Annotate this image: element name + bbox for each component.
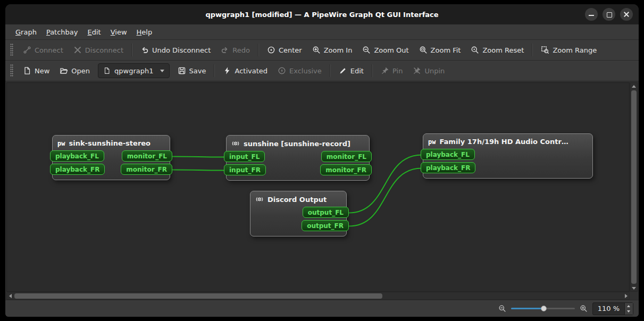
- zoom-in-icon: [312, 46, 321, 54]
- pin-button[interactable]: Pin: [376, 63, 407, 79]
- redo-label: Redo: [232, 46, 250, 54]
- port-output-fl[interactable]: output_FL: [303, 207, 349, 218]
- port-row: playback_FR: [421, 162, 595, 173]
- scroll-right-button[interactable]: [623, 293, 629, 299]
- zoom-out-label: Zoom Out: [374, 46, 408, 54]
- toolbar-file-handle[interactable]: [10, 64, 13, 77]
- menu-graph[interactable]: Graph: [11, 26, 41, 38]
- port-playback-fl[interactable]: playback_FL: [421, 149, 475, 160]
- vertical-scroll-thumb[interactable]: [631, 90, 637, 284]
- menu-edit[interactable]: Edit: [83, 26, 106, 38]
- arrow-left-icon: [9, 294, 12, 298]
- open-label: Open: [71, 67, 90, 75]
- spin-up-button[interactable]: [625, 303, 633, 309]
- port-monitor-fr[interactable]: monitor_FR: [320, 164, 372, 175]
- combo-dropdown-icon: [160, 70, 164, 72]
- zoom-out-small-icon[interactable]: [498, 305, 506, 312]
- port-monitor-fl[interactable]: monitor_FL: [122, 150, 172, 162]
- exclusive-label: Exclusive: [289, 67, 322, 75]
- edit-button[interactable]: Edit: [334, 63, 369, 79]
- zoom-reset-button[interactable]: Zoom Reset: [466, 42, 529, 58]
- workarea: pw sink-sunshine-stereo playback_FL moni…: [6, 82, 638, 300]
- zoom-out-icon: [362, 46, 371, 54]
- statusbar: 110 %: [5, 300, 639, 317]
- connect-label: Connect: [35, 46, 63, 54]
- port-monitor-fr[interactable]: monitor_FR: [121, 164, 172, 175]
- save-button[interactable]: Save: [173, 63, 211, 79]
- zoom-range-button[interactable]: Zoom Range: [536, 42, 601, 58]
- window-controls: [585, 8, 633, 21]
- activated-button[interactable]: Activated: [218, 63, 272, 79]
- zoom-reset-icon: [471, 46, 479, 54]
- zoom-slider-knob[interactable]: [541, 306, 547, 311]
- toolbar-separator: [372, 64, 373, 77]
- edit-pencil-icon: [339, 66, 347, 75]
- save-icon: [178, 66, 186, 75]
- zoom-spinbox[interactable]: 110 %: [592, 302, 633, 315]
- connect-icon: [23, 46, 31, 54]
- port-output-fr[interactable]: output_FR: [302, 220, 349, 231]
- minimize-button[interactable]: [585, 8, 598, 21]
- spin-down-button[interactable]: [625, 309, 633, 315]
- zoom-range-icon: [541, 46, 549, 54]
- unpin-button[interactable]: Unpin: [408, 63, 449, 79]
- open-button[interactable]: Open: [55, 63, 95, 79]
- new-label: New: [35, 67, 49, 75]
- zoom-in-button[interactable]: Zoom In: [307, 42, 357, 58]
- menu-view[interactable]: View: [106, 26, 132, 38]
- node-sunshine[interactable]: sunshine [sunshine-record] input_FL moni…: [226, 135, 370, 181]
- undo-disconnect-button[interactable]: Undo Disconnect: [136, 42, 215, 58]
- port-input-fr[interactable]: input_FR: [224, 164, 266, 175]
- scroll-left-button[interactable]: [7, 293, 13, 299]
- maximize-button[interactable]: [603, 8, 615, 21]
- zoom-fit-button[interactable]: Zoom Fit: [414, 42, 466, 58]
- titlebar[interactable]: qpwgraph1 [modified] — A PipeWire Graph …: [5, 4, 639, 24]
- zoom-out-button[interactable]: Zoom Out: [357, 42, 413, 58]
- zoom-value[interactable]: 110 %: [593, 303, 624, 315]
- exclusive-icon: [278, 66, 286, 75]
- port-playback-fr[interactable]: playback_FR: [421, 162, 475, 173]
- zoom-in-small-icon[interactable]: [580, 305, 588, 312]
- horizontal-scroll-thumb[interactable]: [14, 293, 382, 299]
- redo-icon: [221, 46, 229, 54]
- connect-button[interactable]: Connect: [18, 42, 68, 58]
- port-playback-fl[interactable]: playback_FL: [50, 150, 104, 162]
- menu-help[interactable]: Help: [132, 26, 157, 38]
- undo-disconnect-label: Undo Disconnect: [152, 46, 211, 54]
- scroll-up-button[interactable]: [631, 83, 637, 89]
- toolbar-separator: [532, 44, 533, 56]
- disconnect-label: Disconnect: [85, 46, 123, 54]
- node-family-hd-audio[interactable]: pw Family 17h/19h HD Audio Contr… playba…: [423, 133, 593, 179]
- disconnect-button[interactable]: Disconnect: [69, 42, 128, 58]
- activated-icon: [223, 66, 231, 75]
- port-row: output_FL: [248, 207, 349, 218]
- spin-arrows: [624, 303, 633, 315]
- patchbay-file-combo[interactable]: qpwgraph1: [98, 63, 169, 78]
- toolbar-separator: [330, 64, 331, 77]
- close-button[interactable]: [620, 8, 633, 21]
- vertical-scrollbar[interactable]: [630, 82, 638, 292]
- new-button[interactable]: New: [18, 63, 54, 79]
- horizontal-scrollbar[interactable]: [6, 292, 630, 300]
- port-monitor-fl[interactable]: monitor_FL: [321, 151, 372, 162]
- node-sink-sunshine-stereo[interactable]: pw sink-sunshine-stereo playback_FL moni…: [52, 135, 170, 180]
- redo-button[interactable]: Redo: [216, 42, 255, 58]
- menu-patchbay[interactable]: Patchbay: [41, 26, 83, 38]
- zoom-in-label: Zoom In: [324, 46, 353, 54]
- graph-canvas[interactable]: pw sink-sunshine-stereo playback_FL moni…: [6, 82, 630, 292]
- port-row: playback_FL: [421, 149, 595, 160]
- pin-icon: [381, 66, 389, 75]
- unpin-icon: [413, 66, 421, 75]
- zoom-slider[interactable]: [511, 304, 575, 313]
- node-title-text: sunshine [sunshine-record]: [244, 140, 350, 148]
- menubar: Graph Patchbay Edit View Help: [5, 24, 639, 40]
- port-playback-fr[interactable]: playback_FR: [50, 164, 105, 175]
- scroll-down-button[interactable]: [631, 285, 637, 291]
- center-label: Center: [279, 46, 302, 54]
- port-input-fl[interactable]: input_FL: [224, 151, 265, 162]
- toolbar-main-handle[interactable]: [10, 44, 13, 56]
- center-button[interactable]: Center: [262, 42, 307, 58]
- exclusive-button[interactable]: Exclusive: [273, 63, 327, 79]
- record-icon: [231, 139, 240, 148]
- node-discord-output[interactable]: Discord Output output_FL output_FR: [250, 191, 347, 236]
